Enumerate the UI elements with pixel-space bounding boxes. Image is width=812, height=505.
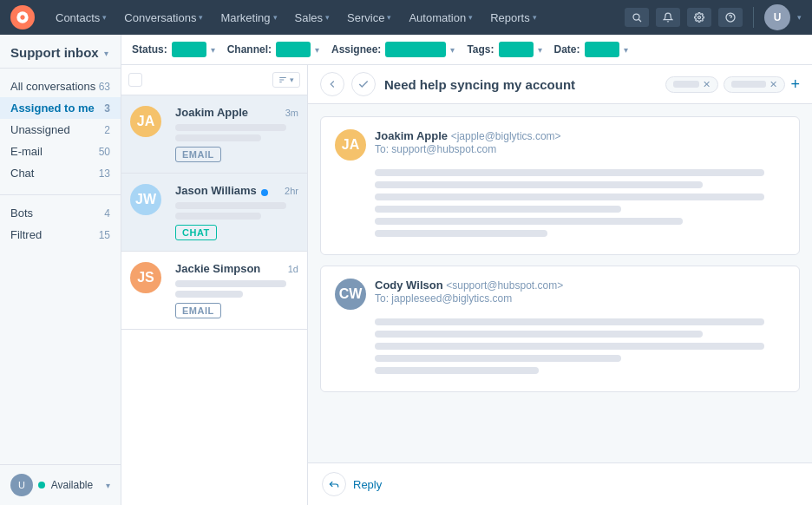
nav-reports[interactable]: Reports ▾	[483, 8, 544, 28]
sidebar-section-2: Bots 4 Filtred 15	[0, 194, 121, 246]
conv-tags: ✕ ✕ +	[665, 75, 800, 94]
conv-item-joakim[interactable]: JA Joakim Apple 3m	[121, 95, 307, 174]
message-sender-info-cody: Cody Wilson <support@hubspot.com> To: ja…	[375, 279, 563, 305]
reply-bar: Reply	[308, 462, 812, 505]
sidebar-item-chat[interactable]: Chat 13	[0, 162, 121, 184]
conv-header-actions	[320, 72, 376, 96]
message-to-cody: To: jappleseed@biglytics.com	[375, 292, 563, 305]
message-body-cody	[335, 318, 785, 374]
filter-bar: Status: ▾ Channel: ▾ Assignee: ▾ Tags: ▾…	[121, 35, 812, 65]
conv-item-jackie[interactable]: JS Jackie Simpson 1d	[121, 252, 307, 330]
user-menu-chevron[interactable]: ▾	[797, 13, 802, 22]
messages-area: JA Joakim Apple <japple@biglytics.com> T…	[308, 104, 812, 462]
message-avatar-joakim: JA	[335, 129, 366, 161]
message-avatar-cody: CW	[335, 279, 366, 310]
message-joakim: JA Joakim Apple <japple@biglytics.com> T…	[320, 116, 800, 255]
topnav-right: U ▾	[625, 4, 802, 30]
sidebar-header: Support inbox ▾	[0, 35, 121, 69]
reply-button[interactable]: Reply	[353, 478, 382, 491]
chevron-down-icon: ▾	[387, 13, 391, 22]
sidebar: Support inbox ▾ All conversations 63 Ass…	[0, 35, 121, 505]
nav-sales[interactable]: Sales ▾	[288, 8, 337, 28]
conv-avatar-jason: JW	[130, 184, 161, 215]
chevron-down-icon: ▾	[211, 45, 215, 55]
conv-badge-chat: CHAT	[175, 225, 217, 240]
notifications-button[interactable]	[656, 8, 680, 27]
nav-conversations[interactable]: Conversations ▾	[117, 8, 210, 28]
filter-status[interactable]: Status: ▾	[132, 42, 215, 57]
chevron-down-icon: ▾	[538, 45, 542, 55]
top-navigation: Contacts ▾ Conversations ▾ Marketing ▾ S…	[0, 0, 812, 35]
sidebar-nav: All conversations 63 Assigned to me 3 Un…	[0, 69, 121, 252]
sort-button[interactable]: ▾	[272, 72, 300, 88]
nav-automation[interactable]: Automation ▾	[402, 8, 480, 28]
sidebar-title: Support inbox	[10, 45, 99, 61]
chevron-down-icon: ▾	[468, 13, 473, 22]
conversation-list: ▾ JA Joakim Apple 3m	[121, 65, 308, 505]
back-button[interactable]	[320, 72, 344, 96]
unread-dot	[261, 189, 268, 196]
sidebar-item-bots[interactable]: Bots 4	[0, 202, 121, 224]
svg-point-3	[698, 16, 701, 19]
sidebar-item-all[interactable]: All conversations 63	[0, 75, 121, 97]
search-button[interactable]	[625, 8, 649, 27]
chevron-down-icon: ▾	[315, 45, 319, 55]
filter-assignee[interactable]: Assignee: ▾	[331, 42, 455, 57]
conv-detail-header: Need help syncing my account ✕ ✕ +	[308, 65, 812, 104]
tag-close-icon[interactable]: ✕	[703, 79, 710, 90]
chevron-down-icon: ▾	[624, 45, 628, 55]
svg-point-1	[633, 14, 639, 20]
message-cody: CW Cody Wilson <support@hubspot.com> To:…	[320, 266, 800, 392]
filter-tags[interactable]: Tags: ▾	[467, 42, 541, 57]
filter-channel[interactable]: Channel: ▾	[227, 42, 319, 57]
nav-contacts[interactable]: Contacts ▾	[49, 8, 114, 28]
nav-divider	[753, 7, 754, 28]
svg-line-2	[638, 19, 641, 22]
reply-icon[interactable]	[322, 472, 346, 496]
message-sender: Joakim Apple <japple@biglytics.com>	[375, 129, 561, 142]
message-sender-cody: Cody Wilson <support@hubspot.com>	[375, 279, 563, 292]
conv-tag-2: ✕	[724, 76, 785, 93]
settings-button[interactable]	[687, 8, 711, 27]
conv-title: Need help syncing my account	[384, 77, 657, 92]
chevron-down-icon: ▾	[325, 13, 330, 22]
sidebar-item-email[interactable]: E-mail 50	[0, 141, 121, 162]
status-dot	[38, 482, 45, 489]
sidebar-item-unassigned[interactable]: Unassigned 2	[0, 119, 121, 141]
conv-avatar-joakim: JA	[130, 106, 161, 137]
main-content: Need help syncing my account ✕ ✕ +	[308, 65, 812, 505]
conv-badge-email: EMAIL	[175, 147, 221, 162]
chevron-down-icon: ▾	[199, 13, 203, 22]
select-all-checkbox[interactable]	[128, 73, 142, 87]
message-sender-info: Joakim Apple <japple@biglytics.com> To: …	[375, 129, 561, 155]
chevron-down-icon: ▾	[450, 45, 455, 55]
topnav-items: Contacts ▾ Conversations ▾ Marketing ▾ S…	[49, 8, 611, 28]
tag-close-icon-2[interactable]: ✕	[769, 79, 777, 90]
chevron-down-icon: ▾	[102, 13, 107, 22]
conv-badge-email2: EMAIL	[175, 303, 221, 318]
nav-service[interactable]: Service ▾	[340, 8, 398, 28]
chevron-down-icon: ▾	[273, 13, 278, 22]
filter-date[interactable]: Date: ▾	[554, 42, 628, 57]
conv-item-jason[interactable]: JW Jason Williams 2hr	[121, 174, 307, 252]
sidebar-item-filtered[interactable]: Filtred 15	[0, 224, 121, 246]
status-chevron: ▾	[106, 481, 110, 490]
help-button[interactable]	[718, 8, 743, 27]
add-tag-button[interactable]: +	[790, 75, 800, 94]
user-status: Available	[38, 479, 93, 491]
user-status-avatar: U	[10, 474, 33, 496]
conv-tag-1: ✕	[665, 76, 718, 93]
nav-marketing[interactable]: Marketing ▾	[213, 8, 284, 28]
conv-list-toolbar: ▾	[121, 65, 307, 95]
check-button[interactable]	[351, 72, 376, 96]
sidebar-footer[interactable]: U Available ▾	[0, 464, 121, 505]
sort-chevron: ▾	[290, 75, 294, 84]
user-avatar[interactable]: U	[764, 4, 790, 30]
main-layout: Support inbox ▾ All conversations 63 Ass…	[0, 35, 812, 505]
sidebar-item-assigned[interactable]: Assigned to me 3	[0, 97, 121, 119]
message-to: To: support@hubspot.com	[375, 143, 561, 155]
chevron-down-icon: ▾	[533, 13, 537, 22]
hubspot-logo[interactable]	[10, 5, 35, 30]
message-body	[335, 169, 785, 237]
sidebar-dropdown-icon[interactable]: ▾	[104, 49, 108, 58]
